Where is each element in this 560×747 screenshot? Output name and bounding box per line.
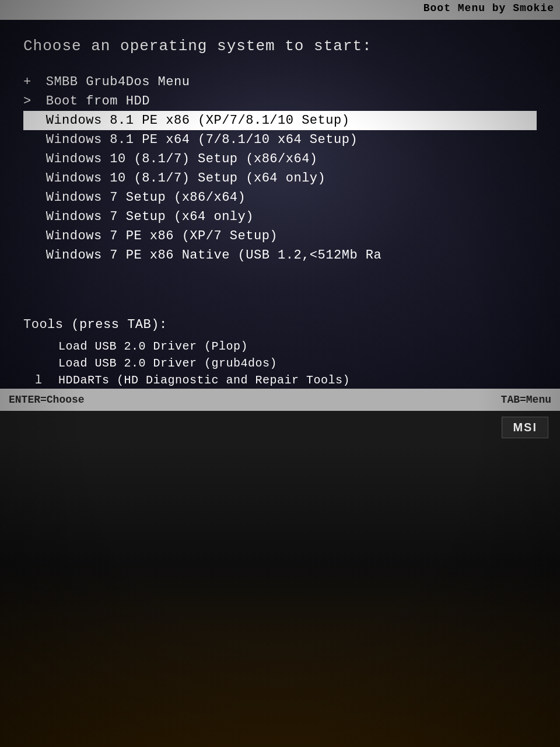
menu-label: Windows 7 PE x86 Native (USB 1.2,<512Mb … [46, 248, 382, 263]
menu-item[interactable]: Windows 7 Setup (x64 only) [23, 207, 537, 226]
tools-heading: Tools (press TAB): [23, 317, 537, 332]
tools-section: Tools (press TAB): Load USB 2.0 Driver (… [23, 317, 537, 389]
tools-item[interactable]: Load USB 2.0 Driver (grub4dos) [23, 355, 537, 372]
menu-prefix [23, 152, 38, 166]
menu-item[interactable]: Windows 8.1 PE x64 (7/8.1/10 x64 Setup) [23, 130, 537, 149]
menu-item[interactable]: Windows 10 (8.1/7) Setup (x64 only) [23, 169, 537, 188]
tools-list: Load USB 2.0 Driver (Plop) Load USB 2.0 … [23, 338, 537, 389]
menu-label: Windows 7 Setup (x86/x64) [46, 190, 246, 205]
bottom-bezel [0, 444, 560, 747]
boot-screen: Choose an operating system to start: + S… [0, 20, 560, 389]
msi-bar: MSI [0, 411, 560, 444]
menu-label: Windows 8.1 PE x64 (7/8.1/10 x64 Setup) [46, 132, 358, 147]
title-text: Boot Menu by Smokie [424, 2, 554, 14]
menu-label: SMBB Grub4Dos Menu [46, 75, 190, 89]
menu-prefix: > [23, 94, 38, 109]
main-heading: Choose an operating system to start: [23, 37, 537, 55]
menu-label: Windows 8.1 PE x86 (XP/7/8.1/10 Setup) [46, 113, 350, 128]
menu-prefix [23, 113, 38, 128]
menu-item[interactable]: Windows 7 PE x86 (XP/7 Setup) [23, 226, 537, 246]
screen: Boot Menu by Smokie Choose an operating … [0, 0, 560, 747]
tools-item[interactable]: Load USB 2.0 Driver (Plop) [23, 338, 537, 355]
menu-label: Windows 10 (8.1/7) Setup (x64 only) [46, 171, 326, 186]
msi-logo: MSI [502, 417, 548, 438]
menu-item[interactable]: + SMBB Grub4Dos Menu [23, 72, 537, 92]
tools-prefix [35, 357, 43, 370]
menu-prefix: + [23, 75, 38, 89]
menu-prefix [23, 190, 38, 205]
menu-item[interactable]: Windows 10 (8.1/7) Setup (x86/x64) [23, 149, 537, 169]
menu-label: Windows 10 (8.1/7) Setup (x86/x64) [46, 152, 318, 166]
menu-label: Boot from HDD [46, 94, 150, 109]
status-enter: ENTER=Choose [9, 394, 85, 406]
boot-menu: + SMBB Grub4Dos Menu > Boot from HDD Win… [23, 72, 537, 265]
menu-prefix [23, 229, 38, 243]
menu-label: Windows 7 Setup (x64 only) [46, 210, 254, 224]
menu-prefix [23, 248, 38, 263]
menu-item[interactable]: > Boot from HDD [23, 92, 537, 111]
menu-label: Windows 7 PE x86 (XP/7 Setup) [46, 229, 278, 243]
status-tab: TAB=Menu [501, 394, 551, 406]
menu-item[interactable]: Windows 7 PE x86 Native (USB 1.2,<512Mb … [23, 246, 537, 265]
tools-prefix: l [35, 374, 43, 387]
status-bar: ENTER=Choose TAB=Menu [0, 389, 560, 411]
title-bar: Boot Menu by Smokie [0, 0, 560, 20]
menu-item[interactable]: Windows 7 Setup (x86/x64) [23, 188, 537, 207]
tools-label: HDDaRTs (HD Diagnostic and Repair Tools) [58, 374, 350, 387]
menu-prefix [23, 171, 38, 186]
tools-item[interactable]: l HDDaRTs (HD Diagnostic and Repair Tool… [23, 372, 537, 389]
menu-prefix [23, 210, 38, 224]
tools-prefix [35, 340, 43, 353]
tools-label: Load USB 2.0 Driver (grub4dos) [58, 357, 277, 370]
menu-prefix [23, 132, 38, 147]
menu-item-selected[interactable]: Windows 8.1 PE x86 (XP/7/8.1/10 Setup) [23, 111, 537, 130]
tools-label: Load USB 2.0 Driver (Plop) [58, 340, 248, 353]
